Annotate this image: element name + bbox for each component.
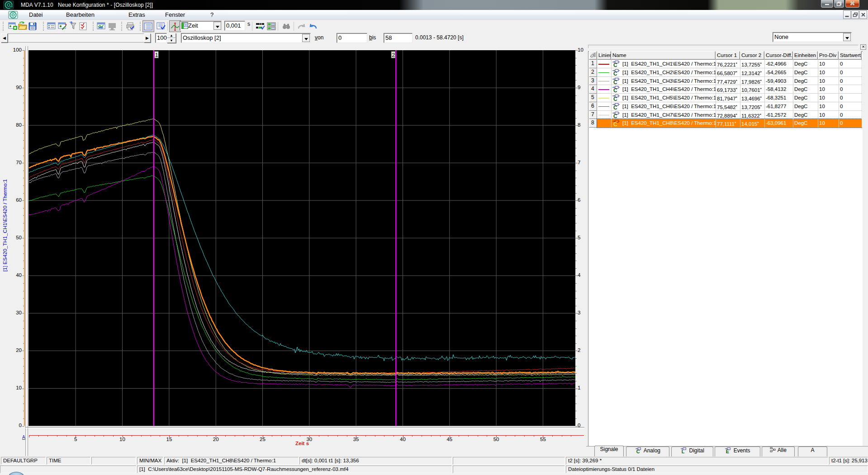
svg-text:1: 1	[155, 52, 158, 58]
svg-text:C: C	[636, 449, 640, 454]
svg-text:C: C	[613, 113, 617, 119]
svg-text:C: C	[613, 96, 617, 101]
svg-text:C: C	[613, 121, 617, 127]
svg-text:C: C	[613, 79, 617, 85]
svg-text:C: C	[613, 87, 617, 93]
svg-text:C: C	[613, 71, 617, 76]
svg-text:L: L	[682, 449, 685, 454]
svg-text:2: 2	[392, 52, 395, 58]
svg-text:C: C	[613, 62, 617, 67]
svg-text:C: C	[613, 104, 617, 110]
svg-text:E: E	[726, 449, 729, 454]
svg-text:a+b: a+b	[99, 27, 103, 29]
